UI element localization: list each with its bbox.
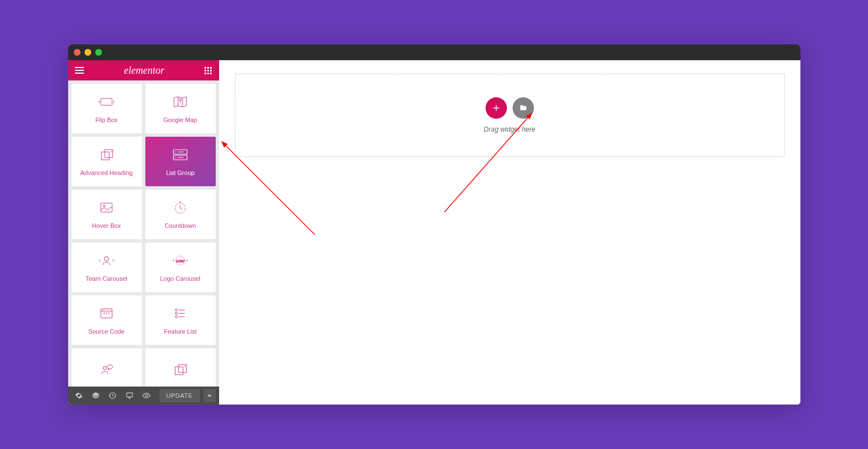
svg-rect-19	[179, 365, 186, 372]
window-minimize-icon[interactable]	[84, 49, 91, 56]
svg-rect-20	[126, 393, 132, 397]
widget-label: Feature List	[164, 328, 197, 335]
preview-icon[interactable]	[139, 388, 154, 403]
logo-carousel-icon: LOGO	[171, 253, 189, 268]
window-titlebar	[68, 44, 800, 60]
navigator-icon[interactable]	[88, 388, 103, 403]
history-icon[interactable]	[105, 388, 120, 403]
editor-canvas[interactable]: Drag widget here	[219, 60, 800, 405]
add-section-button[interactable]	[486, 97, 507, 119]
settings-icon[interactable]	[72, 388, 86, 403]
team-carousel-icon	[97, 253, 115, 268]
svg-rect-18	[175, 367, 183, 375]
update-options-icon[interactable]	[203, 389, 216, 402]
widget-team-carousel[interactable]: Team Carousel	[72, 243, 142, 292]
widget-label: Advanced Heading	[81, 169, 133, 176]
list-group-icon	[171, 147, 189, 163]
widget-label: List Group	[166, 169, 195, 176]
svg-point-21	[145, 394, 148, 397]
svg-rect-0	[101, 98, 112, 105]
svg-point-1	[179, 98, 181, 101]
sidebar-header: elementor	[68, 60, 219, 80]
apps-grid-icon[interactable]	[204, 67, 212, 74]
widget-advanced-heading[interactable]: Advanced Heading	[72, 137, 142, 186]
widget-countdown[interactable]: Countdown	[145, 190, 216, 239]
svg-point-16	[103, 366, 106, 370]
svg-point-17	[107, 365, 113, 369]
drop-actions	[486, 97, 534, 119]
window-close-icon[interactable]	[74, 49, 81, 56]
drop-zone[interactable]: Drag widget here	[235, 74, 785, 157]
widget-testimonial[interactable]	[72, 348, 142, 387]
window-maximize-icon[interactable]	[95, 49, 102, 56]
svg-line-22	[225, 145, 315, 235]
update-button[interactable]: UPDATE	[159, 389, 200, 402]
widget-hover-box[interactable]: Hover Box	[72, 190, 142, 239]
widget-source-code[interactable]: Source Code	[72, 295, 142, 345]
widget-label: Team Carousel	[86, 275, 127, 282]
add-template-button[interactable]	[513, 97, 534, 119]
widget-logo-carousel[interactable]: LOGO Logo Carousel	[145, 243, 216, 292]
flip-box-icon	[97, 94, 115, 110]
widget-label: Flip Box	[95, 116, 118, 123]
widget-label: Hover Box	[92, 222, 121, 229]
countdown-icon	[171, 200, 189, 215]
drop-hint: Drag widget here	[484, 125, 535, 133]
svg-rect-2	[101, 152, 109, 160]
widget-advanced-toggle[interactable]	[145, 348, 216, 387]
widget-label: Source Code	[88, 328, 124, 335]
widget-google-map[interactable]: Google Map	[145, 84, 216, 133]
sidebar-footer: UPDATE	[68, 387, 219, 405]
advanced-toggle-icon	[171, 362, 189, 378]
svg-point-15	[175, 316, 177, 318]
svg-text:LOGO: LOGO	[176, 259, 185, 263]
widget-flip-box[interactable]: Flip Box	[72, 84, 142, 133]
testimonial-icon	[97, 362, 115, 378]
svg-point-13	[175, 309, 177, 311]
advanced-heading-icon	[97, 147, 115, 163]
google-map-icon	[171, 94, 189, 110]
app-logo: elementor	[124, 65, 164, 77]
widget-label: Google Map	[163, 116, 197, 123]
source-code-icon	[97, 306, 115, 321]
widget-list-group[interactable]: List Group	[145, 137, 216, 186]
browser-window: elementor Flip Box Google Map	[68, 44, 800, 405]
widget-feature-list[interactable]: Feature List	[145, 295, 216, 345]
hover-box-icon	[97, 200, 115, 215]
hamburger-menu-icon[interactable]	[75, 67, 84, 74]
feature-list-icon	[171, 306, 189, 321]
svg-rect-3	[105, 150, 113, 158]
svg-point-14	[175, 312, 177, 315]
svg-point-7	[104, 205, 105, 207]
svg-point-9	[104, 257, 109, 261]
widget-list[interactable]: Flip Box Google Map Advanced Heading	[68, 80, 219, 387]
editor-sidebar: elementor Flip Box Google Map	[68, 60, 219, 405]
widget-label: Countdown	[164, 222, 196, 229]
widget-label: Logo Carousel	[160, 275, 201, 282]
responsive-icon[interactable]	[122, 388, 137, 403]
app-content: elementor Flip Box Google Map	[68, 60, 800, 405]
